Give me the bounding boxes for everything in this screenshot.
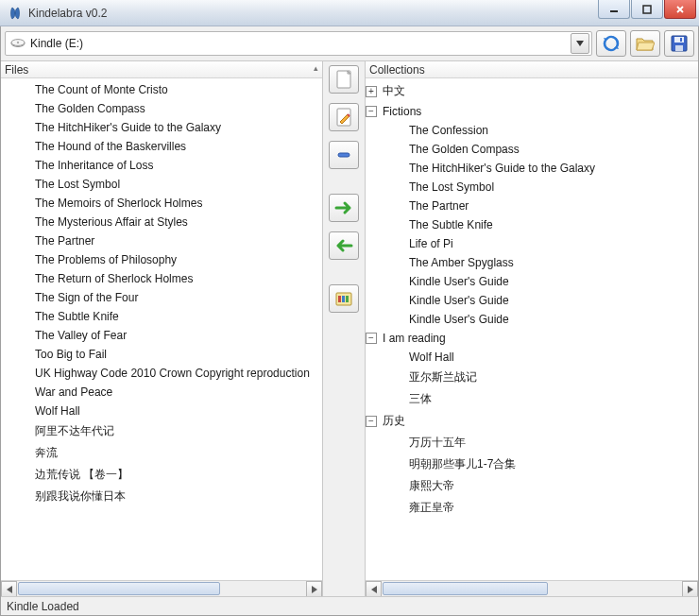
collections-header[interactable]: Collections (366, 61, 698, 78)
scroll-left-icon[interactable] (1, 581, 17, 597)
dropdown-arrow-icon[interactable] (571, 33, 589, 54)
svg-rect-7 (675, 45, 683, 51)
collection-node[interactable]: −Fictions (366, 102, 698, 121)
maximize-button[interactable] (631, 0, 663, 19)
collection-item[interactable]: 三体 (366, 388, 698, 410)
collection-item[interactable]: Kindle User's Guide (366, 310, 698, 329)
collection-node[interactable]: +中文 (366, 80, 698, 102)
file-item[interactable]: War and Peace (1, 383, 322, 402)
statusbar: Kindle Loaded (1, 596, 698, 615)
file-item[interactable]: The Valley of Fear (1, 326, 322, 345)
files-header-label: Files (5, 63, 28, 77)
file-item[interactable]: 别跟我说你懂日本 (1, 486, 322, 507)
collection-item[interactable]: The HitchHiker's Guide to the Galaxy (366, 159, 698, 178)
file-item[interactable]: The Sign of the Four (1, 288, 322, 307)
file-item[interactable]: The Mysterious Affair at Styles (1, 213, 322, 231)
svg-rect-1 (643, 6, 651, 13)
drive-label: Kindle (E:) (26, 37, 571, 50)
collapse-icon[interactable]: − (366, 106, 377, 117)
collection-label: Fictions (383, 105, 421, 118)
files-panel: Files ▴ The Count of Monte CristoThe Gol… (1, 61, 322, 596)
delete-collection-button[interactable] (329, 141, 359, 169)
file-item[interactable]: The Golden Compass (1, 99, 322, 118)
file-item[interactable]: Too Big to Fail (1, 345, 322, 364)
edit-collection-button[interactable] (329, 103, 359, 131)
toolbar: Kindle (E:) (1, 26, 698, 60)
svg-rect-14 (342, 296, 345, 302)
svg-rect-13 (338, 296, 341, 302)
file-item[interactable]: The Problems of Philosophy (1, 250, 322, 269)
files-hscrollbar[interactable] (1, 580, 322, 596)
scroll-right-icon[interactable] (682, 581, 698, 597)
files-tree[interactable]: The Count of Monte CristoThe Golden Comp… (1, 78, 322, 580)
app-icon (8, 6, 23, 21)
file-item[interactable]: 奔流 (1, 442, 322, 464)
collection-item[interactable]: 雍正皇帝 (366, 497, 698, 519)
expand-icon[interactable]: + (366, 86, 377, 97)
collapse-icon[interactable]: − (366, 416, 377, 427)
window-title: Kindelabra v0.2 (28, 7, 107, 20)
file-item[interactable]: The HitchHiker's Guide to the Galaxy (1, 118, 322, 137)
file-item[interactable]: 边荒传说 【卷一】 (1, 464, 322, 486)
collection-item[interactable]: The Amber Spyglass (366, 253, 698, 272)
remove-from-collection-button[interactable] (329, 231, 359, 260)
open-folder-button[interactable] (630, 30, 660, 57)
svg-rect-6 (674, 37, 684, 43)
collection-item[interactable]: The Subtle Knife (366, 215, 698, 234)
middle-toolbar (322, 61, 366, 596)
file-item[interactable]: The Partner (1, 231, 322, 250)
files-header[interactable]: Files ▴ (1, 61, 322, 78)
collection-item[interactable]: The Lost Symbol (366, 178, 698, 197)
svg-rect-11 (338, 153, 350, 157)
collection-item[interactable]: Life of Pi (366, 234, 698, 253)
content-area: Files ▴ The Count of Monte CristoThe Gol… (1, 60, 698, 596)
add-to-collection-button[interactable] (329, 194, 359, 222)
collapse-icon[interactable]: − (366, 333, 377, 344)
collection-item[interactable]: 万历十五年 (366, 432, 698, 453)
file-item[interactable]: The Hound of the Baskervilles (1, 137, 322, 156)
window-controls (598, 0, 696, 19)
save-button[interactable] (664, 30, 694, 57)
svg-rect-8 (680, 38, 682, 42)
collection-item[interactable]: 康熙大帝 (366, 475, 698, 497)
collection-item[interactable]: Kindle User's Guide (366, 272, 698, 291)
sort-icon: ▴ (314, 63, 318, 73)
collection-item[interactable]: 明朝那些事儿1-7合集 (366, 453, 698, 475)
collection-item[interactable]: 亚尔斯兰战记 (366, 367, 698, 388)
file-item[interactable]: Wolf Hall (1, 402, 322, 420)
collection-item[interactable]: Wolf Hall (366, 348, 698, 367)
file-item[interactable]: The Inheritance of Loss (1, 156, 322, 175)
collection-label: 历史 (383, 413, 405, 429)
drive-icon (9, 38, 26, 49)
file-item[interactable]: The Lost Symbol (1, 175, 322, 194)
scroll-left-icon[interactable] (366, 581, 382, 597)
file-item[interactable]: The Memoirs of Sherlock Holmes (1, 194, 322, 213)
refresh-button[interactable] (596, 30, 626, 57)
file-item[interactable]: UK Highway Code 2010 Crown Copyright rep… (1, 364, 322, 383)
collections-tree[interactable]: +中文−FictionsThe ConfessionThe Golden Com… (366, 78, 698, 580)
drive-dropdown[interactable]: Kindle (E:) (5, 31, 592, 56)
collection-item[interactable]: The Partner (366, 197, 698, 215)
svg-rect-15 (346, 296, 349, 302)
collections-header-label: Collections (369, 63, 425, 77)
file-item[interactable]: The Count of Monte Cristo (1, 80, 322, 99)
collection-item[interactable]: The Golden Compass (366, 140, 698, 159)
new-collection-button[interactable] (329, 65, 359, 94)
collection-node[interactable]: −历史 (366, 410, 698, 432)
manage-button[interactable] (329, 284, 359, 313)
collection-item[interactable]: The Confession (366, 121, 698, 140)
titlebar: Kindelabra v0.2 (0, 0, 699, 26)
status-text: Kindle Loaded (7, 600, 79, 613)
close-button[interactable] (664, 0, 696, 19)
file-item[interactable]: 阿里不达年代记 (1, 420, 322, 442)
collection-item[interactable]: Kindle User's Guide (366, 291, 698, 310)
file-item[interactable]: The Return of Sherlock Holmes (1, 269, 322, 288)
file-item[interactable]: The Subtle Knife (1, 307, 322, 326)
minimize-button[interactable] (598, 0, 630, 19)
collections-hscrollbar[interactable] (366, 580, 698, 596)
collections-panel: Collections +中文−FictionsThe ConfessionTh… (366, 61, 698, 596)
svg-point-4 (17, 42, 19, 43)
collection-node[interactable]: −I am reading (366, 329, 698, 348)
collection-label: 中文 (383, 83, 405, 99)
scroll-right-icon[interactable] (306, 581, 322, 597)
